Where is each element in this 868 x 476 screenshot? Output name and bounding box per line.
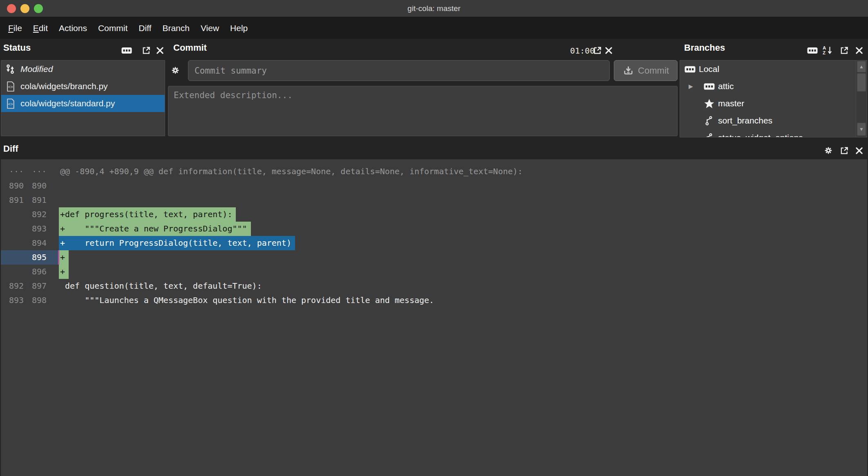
diff-code-text: + return ProgressDialog(title, text, par… bbox=[60, 236, 295, 250]
commit-panel-title: Commit bbox=[173, 43, 207, 53]
diff-gutter: 893 bbox=[1, 222, 60, 236]
diff-line[interactable]: 892897 def question(title, text, default… bbox=[1, 279, 867, 293]
diff-view[interactable]: ······@@ -890,4 +890,9 @@ def informatio… bbox=[1, 159, 867, 476]
svg-text:A: A bbox=[823, 45, 826, 50]
popout-icon[interactable] bbox=[839, 45, 849, 56]
branch-row[interactable]: master bbox=[680, 95, 867, 112]
branch-label: attic bbox=[718, 81, 734, 91]
status-file-row[interactable]: <>cola/widgets/branch.py bbox=[1, 78, 165, 95]
commit-button[interactable]: Commit bbox=[614, 60, 678, 81]
svg-text:<>: <> bbox=[8, 101, 13, 106]
star-icon bbox=[703, 98, 715, 109]
status-group-modified[interactable]: Modified bbox=[1, 61, 165, 78]
diff-gutter: ······ bbox=[1, 164, 60, 179]
branch-label: sort_branches bbox=[718, 116, 772, 126]
diff-gutter: 892 bbox=[1, 207, 60, 222]
close-icon[interactable] bbox=[154, 45, 165, 56]
gear-icon[interactable] bbox=[823, 145, 834, 156]
file-code-icon: <> bbox=[4, 98, 16, 109]
window-title: git-cola: master bbox=[0, 0, 868, 17]
status-item-label: cola/widgets/branch.py bbox=[20, 81, 108, 91]
svg-text:<>: <> bbox=[8, 84, 13, 89]
branches-scrollbar: ▲ ▼ bbox=[856, 61, 867, 137]
diff-code-text: + """Create a new ProgressDialog""" bbox=[60, 222, 251, 236]
expander-icon[interactable]: ▶ bbox=[689, 83, 703, 90]
diff-line[interactable]: ······@@ -890,4 +890,9 @@ def informatio… bbox=[1, 164, 867, 179]
diff-line[interactable]: 894+ return ProgressDialog(title, text, … bbox=[1, 236, 867, 250]
branch-row[interactable]: Local bbox=[680, 61, 867, 78]
svg-text:Z: Z bbox=[823, 50, 825, 55]
diff-line[interactable]: 893898 """Launches a QMessageBox questio… bbox=[1, 293, 867, 308]
status-item-label: cola/widgets/standard.py bbox=[20, 99, 115, 108]
diff-gutter: 894 bbox=[1, 236, 60, 250]
popout-icon[interactable] bbox=[592, 45, 602, 56]
diff-line[interactable]: 896+ bbox=[1, 265, 867, 279]
status-item-label: Modified bbox=[20, 64, 53, 74]
menu-actions[interactable]: Actions bbox=[59, 23, 87, 33]
panel-options-icon[interactable] bbox=[121, 45, 132, 56]
diff-line[interactable]: 891891 bbox=[1, 193, 867, 207]
close-icon[interactable] bbox=[854, 145, 864, 156]
diff-line[interactable]: 890890 bbox=[1, 179, 867, 193]
menu-edit[interactable]: Edit bbox=[33, 23, 48, 33]
commit-button-label: Commit bbox=[638, 65, 669, 76]
diff-code-text: +def progress(title, text, parent): bbox=[60, 207, 236, 222]
diff-code-text: def question(title, text, default=True): bbox=[60, 279, 262, 293]
status-file-row[interactable]: <>cola/widgets/standard.py bbox=[1, 95, 165, 112]
scroll-up-icon[interactable]: ▲ bbox=[857, 61, 866, 72]
diff-code-text: @@ -890,4 +890,9 @@ def information(titl… bbox=[60, 164, 523, 179]
branch-icon bbox=[703, 133, 715, 138]
diff-gutter: 895 bbox=[1, 250, 60, 265]
status-file-list: Modified<>cola/widgets/branch.py<>cola/w… bbox=[1, 60, 165, 136]
branch-label: master bbox=[718, 99, 744, 108]
diff-gutter: 891891 bbox=[1, 193, 60, 207]
diff-panel-title: Diff bbox=[3, 144, 18, 154]
gear-icon[interactable] bbox=[170, 65, 181, 76]
diff-line[interactable]: 892+def progress(title, text, parent): bbox=[1, 207, 867, 222]
modified-icon bbox=[4, 64, 16, 74]
branch-label: status_widget_options bbox=[718, 133, 803, 137]
diff-code-text: + bbox=[60, 265, 69, 279]
sort-icon[interactable]: AZ bbox=[822, 45, 833, 56]
commit-timer: 01:00 bbox=[570, 46, 595, 56]
diff-code-text: + bbox=[60, 250, 69, 265]
menu-commit[interactable]: Commit bbox=[98, 23, 128, 33]
commit-apply-icon bbox=[622, 65, 634, 76]
branch-row[interactable]: status_widget_options bbox=[680, 129, 867, 137]
popout-icon[interactable] bbox=[839, 145, 849, 156]
extended-description-input[interactable] bbox=[168, 86, 678, 136]
pill-icon bbox=[684, 66, 696, 73]
menu-file[interactable]: File bbox=[8, 23, 22, 33]
panel-options-icon[interactable] bbox=[807, 45, 818, 56]
scroll-down-icon[interactable]: ▼ bbox=[857, 123, 866, 136]
branch-icon bbox=[703, 116, 715, 126]
titlebar: git-cola: master bbox=[0, 0, 868, 17]
diff-gutter: 892897 bbox=[1, 279, 60, 293]
commit-summary-input[interactable] bbox=[188, 60, 610, 81]
branches-tree: Local▶atticmastersort_branchesstatus_wid… bbox=[680, 60, 867, 137]
scrollbar-thumb[interactable] bbox=[857, 73, 866, 92]
text-cursor bbox=[58, 250, 59, 265]
menubar: FileEditActionsCommitDiffBranchViewHelp bbox=[0, 17, 868, 39]
close-icon[interactable] bbox=[603, 45, 614, 56]
diff-line[interactable]: 893+ """Create a new ProgressDialog""" bbox=[1, 222, 867, 236]
branches-panel-title: Branches bbox=[684, 43, 725, 53]
diff-code-text: """Launches a QMessageBox question with … bbox=[60, 293, 434, 308]
pill-icon bbox=[703, 83, 715, 90]
branch-row[interactable]: sort_branches bbox=[680, 112, 867, 129]
diff-gutter: 896 bbox=[1, 265, 60, 279]
popout-icon[interactable] bbox=[141, 45, 151, 56]
branch-label: Local bbox=[699, 64, 719, 74]
file-code-icon: <> bbox=[4, 81, 16, 92]
menu-branch[interactable]: Branch bbox=[162, 23, 190, 33]
menu-help[interactable]: Help bbox=[230, 23, 248, 33]
branch-row[interactable]: ▶attic bbox=[680, 78, 867, 95]
diff-gutter: 890890 bbox=[1, 179, 60, 193]
status-panel-title: Status bbox=[3, 43, 31, 53]
diff-line[interactable]: 895+ bbox=[1, 250, 867, 265]
diff-gutter: 893898 bbox=[1, 293, 60, 308]
menu-diff[interactable]: Diff bbox=[139, 23, 151, 33]
close-icon[interactable] bbox=[854, 45, 864, 56]
menu-view[interactable]: View bbox=[201, 23, 219, 33]
